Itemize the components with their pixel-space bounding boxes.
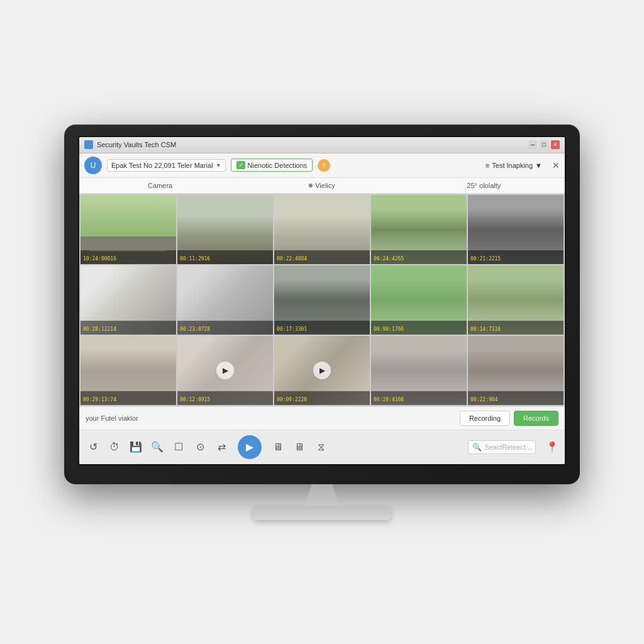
timestamp-9: 00:90:1766 bbox=[374, 326, 404, 332]
search-field-icon: 🔍 bbox=[472, 443, 482, 452]
search-icon[interactable]: 🔍 bbox=[150, 441, 165, 453]
camera-cell-3[interactable]: 00:22:4884 bbox=[274, 195, 370, 264]
bottom-bar: your Futel viaklor Recording Records bbox=[79, 406, 565, 430]
camera-cell-11[interactable]: 00:29:13:74 bbox=[80, 336, 176, 405]
check-icon: ✓ bbox=[236, 161, 245, 169]
crop-icon[interactable]: ☐ bbox=[171, 441, 186, 453]
timestamp-15: 00:22:904 bbox=[470, 397, 497, 402]
footer-label: your Futel viaklor bbox=[86, 414, 138, 422]
title-bar-left: Security Vaults Tech CSM bbox=[84, 140, 176, 149]
col-dot-icon bbox=[309, 184, 313, 187]
device-dropdown[interactable]: Epak Test No 22,091 Teler Marial ▼ bbox=[107, 159, 226, 172]
window-controls: ─ □ ✕ bbox=[528, 140, 560, 149]
display-icon[interactable]: 🖥 bbox=[292, 441, 307, 453]
camera-cell-14[interactable]: 00:20:4108 bbox=[371, 336, 467, 405]
timestamp-10: 00:14:7116 bbox=[470, 326, 501, 332]
play-button[interactable]: ▶ bbox=[238, 435, 262, 459]
screen: Security Vaults Tech CSM ─ □ ✕ U Epak Te… bbox=[78, 136, 566, 465]
camera-cell-2[interactable]: 00:11:2916 bbox=[177, 195, 273, 264]
search-placeholder: SeactReleect... bbox=[484, 443, 531, 451]
recording-button[interactable]: Recording bbox=[460, 411, 510, 426]
toolbar: U Epak Test No 22,091 Teler Marial ▼ ✓ N… bbox=[79, 153, 565, 178]
timestamp-8: 00:17:3301 bbox=[277, 326, 307, 332]
search-field[interactable]: 🔍 SeactReleect... bbox=[468, 440, 536, 454]
camera-cell-15[interactable]: 00:22:904 bbox=[468, 336, 564, 405]
monitor-wrapper: Security Vaults Tech CSM ─ □ ✕ U Epak Te… bbox=[64, 125, 580, 520]
save-icon[interactable]: 💾 bbox=[128, 441, 143, 453]
camera-cell-4[interactable]: 00:24:4265 bbox=[371, 195, 467, 264]
menu-icon: ≡ bbox=[486, 162, 489, 169]
app-icon bbox=[84, 140, 93, 149]
play-overlay-13[interactable]: ▶ bbox=[313, 362, 331, 379]
monitor-icon[interactable]: 🖥 bbox=[270, 441, 286, 453]
menu-button[interactable]: ≡ Test Inapking ▼ bbox=[486, 162, 542, 169]
user-avatar[interactable]: U bbox=[84, 157, 102, 174]
camera-cell-8[interactable]: 00:17:3301 bbox=[274, 265, 370, 335]
action-buttons: Recording Records bbox=[460, 411, 558, 426]
dropdown-text: Epak Test No 22,091 Teler Marial bbox=[111, 162, 213, 169]
playback-bar: ↺ ⏱ 💾 🔍 ☐ ⊙ ⇄ ▶ 🖥 🖥 ⧖ 🔍 SeactReleect... … bbox=[79, 430, 565, 464]
menu-chevron-icon: ▼ bbox=[535, 162, 542, 169]
timer-icon[interactable]: ⧖ bbox=[313, 441, 328, 453]
timestamp-7: 00:23:0728 bbox=[180, 326, 210, 332]
timestamp-6: 00:28:12214 bbox=[83, 326, 116, 332]
camera-cell-7[interactable]: 00:23:0728 bbox=[177, 265, 273, 335]
camera-cell-5[interactable]: 00:21:2215 bbox=[468, 195, 564, 264]
play-overlay-12[interactable]: ▶ bbox=[216, 362, 234, 379]
close-button[interactable]: ✕ bbox=[551, 140, 560, 149]
camera-cell-6[interactable]: 00:28:12214 bbox=[80, 265, 176, 335]
monitor-stand-base bbox=[253, 506, 391, 520]
col-quality: 25° ololalty bbox=[403, 180, 565, 191]
timestamp-11: 00:29:13:74 bbox=[83, 397, 116, 402]
status-indicator: ✓ Nienotic Detections bbox=[231, 158, 313, 172]
camera-cell-10[interactable]: 00:14:7116 bbox=[468, 265, 564, 335]
refresh-icon[interactable]: ↺ bbox=[86, 441, 101, 453]
monitor-frame: Security Vaults Tech CSM ─ □ ✕ U Epak Te… bbox=[64, 125, 580, 484]
timestamp-14: 00:20:4108 bbox=[374, 397, 404, 402]
chevron-down-icon: ▼ bbox=[216, 162, 221, 169]
col-velocity: Vielicy bbox=[241, 180, 402, 191]
clock-icon[interactable]: ⏱ bbox=[107, 441, 122, 453]
exchange-icon[interactable]: ⇄ bbox=[214, 441, 229, 453]
play-icon: ▶ bbox=[246, 441, 253, 453]
camera-cell-9[interactable]: 00:90:1766 bbox=[371, 265, 467, 335]
menu-label: Test Inapking bbox=[492, 162, 533, 169]
camera-cell-12[interactable]: ▶ 00:12:0915 bbox=[177, 336, 273, 405]
maximize-button[interactable]: □ bbox=[540, 140, 548, 149]
camera-cell-1[interactable]: 10:24:00016 bbox=[80, 195, 176, 264]
title-bar: Security Vaults Tech CSM ─ □ ✕ bbox=[79, 137, 565, 153]
warning-icon: ! bbox=[318, 159, 330, 172]
timestamp-2: 00:11:2916 bbox=[180, 256, 210, 262]
record-icon[interactable]: ⊙ bbox=[192, 441, 208, 453]
location-icon[interactable]: 📍 bbox=[546, 441, 558, 453]
window-title: Security Vaults Tech CSM bbox=[97, 141, 176, 148]
timestamp-12: 00:12:0915 bbox=[180, 397, 210, 402]
timestamp-1: 10:24:00016 bbox=[83, 256, 116, 262]
minimize-button[interactable]: ─ bbox=[528, 140, 537, 149]
camera-grid: 10:24:00016 00:11:2916 00:22:4884 00:24:… bbox=[79, 194, 565, 406]
column-headers: Camera Vielicy 25° ololalty bbox=[79, 178, 565, 194]
timestamp-4: 00:24:4265 bbox=[374, 256, 404, 262]
monitor-stand-neck bbox=[297, 484, 347, 506]
records-button[interactable]: Records bbox=[514, 411, 558, 426]
status-text: Nienotic Detections bbox=[248, 162, 308, 169]
camera-cell-13[interactable]: ▶ 00:09:2220 bbox=[274, 336, 370, 405]
timestamp-13: 00:09:2220 bbox=[277, 397, 307, 402]
timestamp-3: 00:22:4884 bbox=[277, 256, 307, 262]
col-camera: Camera bbox=[79, 180, 241, 191]
toolbar-close-button[interactable]: ✕ bbox=[552, 160, 560, 170]
timestamp-5: 00:21:2215 bbox=[470, 256, 501, 262]
